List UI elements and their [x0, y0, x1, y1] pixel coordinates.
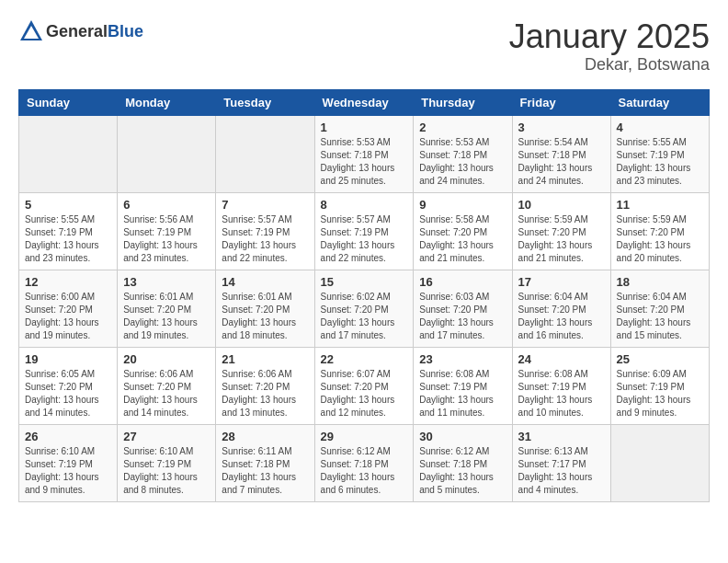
calendar-cell — [216, 115, 314, 192]
day-number: 20 — [123, 352, 210, 366]
calendar-cell: 12Sunrise: 6:00 AM Sunset: 7:20 PM Dayli… — [19, 270, 118, 347]
logo-text: GeneralBlue — [46, 22, 143, 41]
calendar-cell: 10Sunrise: 5:59 AM Sunset: 7:20 PM Dayli… — [512, 192, 610, 270]
calendar-cell: 14Sunrise: 6:01 AM Sunset: 7:20 PM Dayli… — [216, 270, 314, 347]
calendar-cell: 11Sunrise: 5:59 AM Sunset: 7:20 PM Dayli… — [610, 192, 709, 270]
weekday-header: Saturday — [610, 89, 709, 115]
calendar-cell — [19, 115, 118, 192]
calendar-cell: 16Sunrise: 6:03 AM Sunset: 7:20 PM Dayli… — [414, 270, 512, 347]
calendar-cell — [118, 115, 216, 192]
calendar-cell: 1Sunrise: 5:53 AM Sunset: 7:18 PM Daylig… — [314, 115, 414, 192]
day-number: 4 — [617, 121, 703, 134]
calendar-week-row: 5Sunrise: 5:55 AM Sunset: 7:19 PM Daylig… — [19, 192, 710, 270]
weekday-header: Monday — [118, 89, 216, 115]
weekday-header: Sunday — [19, 89, 118, 115]
day-info: Sunrise: 5:59 AM Sunset: 7:20 PM Dayligh… — [518, 213, 605, 265]
calendar-cell: 27Sunrise: 6:10 AM Sunset: 7:19 PM Dayli… — [118, 424, 216, 501]
logo: GeneralBlue — [18, 18, 143, 44]
logo-icon — [18, 18, 44, 44]
calendar-cell: 25Sunrise: 6:09 AM Sunset: 7:19 PM Dayli… — [610, 347, 709, 424]
calendar-cell: 3Sunrise: 5:54 AM Sunset: 7:18 PM Daylig… — [512, 115, 610, 192]
day-info: Sunrise: 6:02 AM Sunset: 7:20 PM Dayligh… — [321, 291, 408, 342]
calendar-cell: 26Sunrise: 6:10 AM Sunset: 7:19 PM Dayli… — [19, 424, 118, 501]
calendar-cell: 15Sunrise: 6:02 AM Sunset: 7:20 PM Dayli… — [314, 270, 414, 347]
day-info: Sunrise: 6:04 AM Sunset: 7:20 PM Dayligh… — [617, 291, 703, 342]
day-info: Sunrise: 6:06 AM Sunset: 7:20 PM Dayligh… — [123, 368, 210, 419]
day-number: 7 — [222, 198, 308, 212]
calendar-cell: 23Sunrise: 6:08 AM Sunset: 7:19 PM Dayli… — [414, 347, 512, 424]
calendar-cell: 4Sunrise: 5:55 AM Sunset: 7:19 PM Daylig… — [610, 115, 709, 192]
day-number: 14 — [222, 275, 308, 289]
day-number: 17 — [518, 275, 605, 289]
day-number: 6 — [123, 198, 210, 212]
day-number: 23 — [419, 352, 506, 366]
day-number: 19 — [25, 352, 111, 366]
calendar-cell: 30Sunrise: 6:12 AM Sunset: 7:18 PM Dayli… — [414, 424, 512, 501]
weekday-header: Wednesday — [314, 89, 414, 115]
day-number: 31 — [518, 430, 605, 443]
calendar-cell: 6Sunrise: 5:56 AM Sunset: 7:19 PM Daylig… — [118, 192, 216, 270]
calendar-cell: 21Sunrise: 6:06 AM Sunset: 7:20 PM Dayli… — [216, 347, 314, 424]
day-number: 2 — [419, 121, 506, 134]
day-info: Sunrise: 6:12 AM Sunset: 7:18 PM Dayligh… — [321, 445, 408, 497]
calendar-cell: 5Sunrise: 5:55 AM Sunset: 7:19 PM Daylig… — [19, 192, 118, 270]
day-number: 28 — [222, 430, 308, 443]
day-info: Sunrise: 6:13 AM Sunset: 7:17 PM Dayligh… — [518, 445, 605, 497]
day-info: Sunrise: 5:53 AM Sunset: 7:18 PM Dayligh… — [321, 136, 408, 188]
day-info: Sunrise: 5:55 AM Sunset: 7:19 PM Dayligh… — [25, 213, 111, 265]
day-number: 24 — [518, 352, 605, 366]
day-info: Sunrise: 6:09 AM Sunset: 7:19 PM Dayligh… — [617, 368, 703, 419]
day-number: 30 — [419, 430, 506, 443]
day-info: Sunrise: 5:55 AM Sunset: 7:19 PM Dayligh… — [617, 136, 703, 188]
logo-general: General — [46, 22, 108, 40]
day-number: 16 — [419, 275, 506, 289]
day-info: Sunrise: 5:56 AM Sunset: 7:19 PM Dayligh… — [123, 213, 210, 265]
calendar-table: SundayMondayTuesdayWednesdayThursdayFrid… — [18, 89, 710, 502]
calendar-cell: 19Sunrise: 6:05 AM Sunset: 7:20 PM Dayli… — [19, 347, 118, 424]
day-info: Sunrise: 5:57 AM Sunset: 7:19 PM Dayligh… — [321, 213, 408, 265]
day-number: 8 — [321, 198, 408, 212]
day-number: 12 — [25, 275, 111, 289]
day-info: Sunrise: 6:12 AM Sunset: 7:18 PM Dayligh… — [419, 445, 506, 497]
calendar-cell: 9Sunrise: 5:58 AM Sunset: 7:20 PM Daylig… — [414, 192, 512, 270]
calendar-cell: 31Sunrise: 6:13 AM Sunset: 7:17 PM Dayli… — [512, 424, 610, 501]
title-block: January 2025 Dekar, Botswana — [509, 18, 710, 75]
weekday-header-row: SundayMondayTuesdayWednesdayThursdayFrid… — [19, 89, 710, 115]
calendar-cell: 29Sunrise: 6:12 AM Sunset: 7:18 PM Dayli… — [314, 424, 414, 501]
day-info: Sunrise: 6:00 AM Sunset: 7:20 PM Dayligh… — [25, 291, 111, 342]
day-info: Sunrise: 6:10 AM Sunset: 7:19 PM Dayligh… — [123, 445, 210, 497]
day-number: 10 — [518, 198, 605, 212]
calendar-cell: 2Sunrise: 5:53 AM Sunset: 7:18 PM Daylig… — [414, 115, 512, 192]
calendar-cell — [610, 424, 709, 501]
day-number: 27 — [123, 430, 210, 443]
page-header: GeneralBlue January 2025 Dekar, Botswana — [18, 18, 710, 75]
calendar-week-row: 12Sunrise: 6:00 AM Sunset: 7:20 PM Dayli… — [19, 270, 710, 347]
calendar-cell: 20Sunrise: 6:06 AM Sunset: 7:20 PM Dayli… — [118, 347, 216, 424]
day-info: Sunrise: 6:08 AM Sunset: 7:19 PM Dayligh… — [518, 368, 605, 419]
calendar-cell: 24Sunrise: 6:08 AM Sunset: 7:19 PM Dayli… — [512, 347, 610, 424]
calendar-cell: 28Sunrise: 6:11 AM Sunset: 7:18 PM Dayli… — [216, 424, 314, 501]
day-number: 29 — [321, 430, 408, 443]
day-info: Sunrise: 6:01 AM Sunset: 7:20 PM Dayligh… — [222, 291, 308, 342]
day-info: Sunrise: 6:11 AM Sunset: 7:18 PM Dayligh… — [222, 445, 308, 497]
day-number: 26 — [25, 430, 111, 443]
logo-blue: Blue — [108, 22, 143, 40]
day-number: 3 — [518, 121, 605, 134]
weekday-header: Thursday — [414, 89, 512, 115]
day-number: 9 — [419, 198, 506, 212]
day-info: Sunrise: 5:58 AM Sunset: 7:20 PM Dayligh… — [419, 213, 506, 265]
day-info: Sunrise: 5:59 AM Sunset: 7:20 PM Dayligh… — [617, 213, 703, 265]
calendar-cell: 18Sunrise: 6:04 AM Sunset: 7:20 PM Dayli… — [610, 270, 709, 347]
calendar-week-row: 19Sunrise: 6:05 AM Sunset: 7:20 PM Dayli… — [19, 347, 710, 424]
day-info: Sunrise: 6:08 AM Sunset: 7:19 PM Dayligh… — [419, 368, 506, 419]
calendar-title: January 2025 — [509, 18, 710, 55]
day-number: 21 — [222, 352, 308, 366]
day-number: 22 — [321, 352, 408, 366]
day-info: Sunrise: 5:57 AM Sunset: 7:19 PM Dayligh… — [222, 213, 308, 265]
weekday-header: Tuesday — [216, 89, 314, 115]
day-number: 13 — [123, 275, 210, 289]
day-info: Sunrise: 6:07 AM Sunset: 7:20 PM Dayligh… — [321, 368, 408, 419]
calendar-cell: 13Sunrise: 6:01 AM Sunset: 7:20 PM Dayli… — [118, 270, 216, 347]
calendar-week-row: 26Sunrise: 6:10 AM Sunset: 7:19 PM Dayli… — [19, 424, 710, 501]
day-number: 18 — [617, 275, 703, 289]
